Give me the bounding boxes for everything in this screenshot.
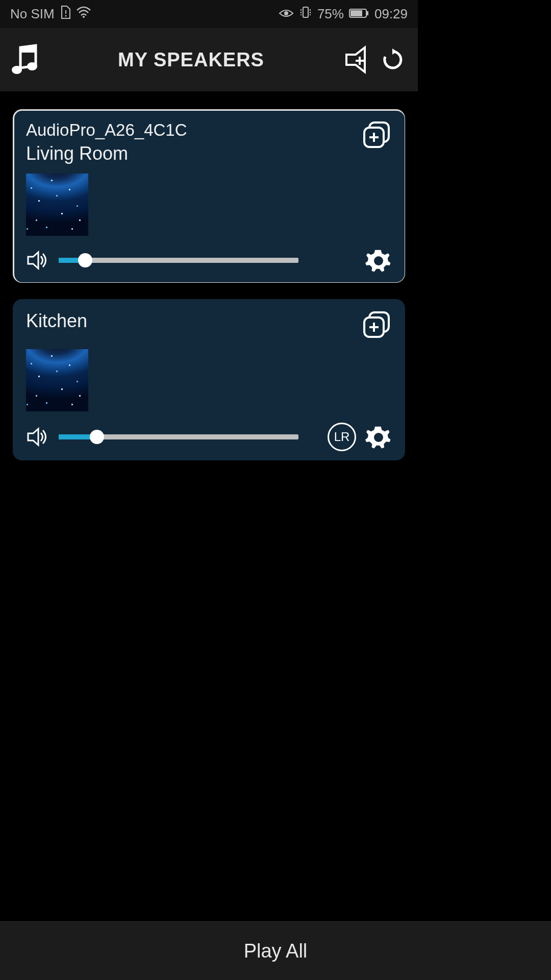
battery-icon: [349, 6, 369, 22]
speaker-card[interactable]: AudioPro_A26_4C1C Living Room: [13, 109, 405, 283]
volume-slider[interactable]: [59, 429, 298, 445]
add-to-group-icon[interactable]: [362, 310, 392, 340]
slider-thumb[interactable]: [78, 253, 92, 267]
lr-label: LR: [334, 430, 350, 444]
speaker-room-name: Living Room: [26, 143, 362, 164]
eye-icon: [279, 6, 294, 22]
sim-alert-icon: [60, 5, 71, 23]
speaker-list: AudioPro_A26_4C1C Living Room: [0, 91, 418, 460]
speaker-room-name: Kitchen: [26, 310, 362, 332]
svg-rect-4: [303, 7, 308, 17]
status-right: 75% 09:29: [279, 6, 408, 22]
gear-icon[interactable]: [365, 247, 392, 274]
music-icon[interactable]: [10, 44, 41, 75]
slider-thumb[interactable]: [90, 430, 104, 444]
volume-slider[interactable]: [59, 253, 298, 268]
svg-rect-8: [350, 10, 362, 16]
wifi-icon: [76, 6, 91, 22]
clock: 09:29: [374, 6, 408, 22]
page-title: MY SPEAKERS: [41, 49, 341, 71]
vibrate-icon: [299, 6, 312, 22]
svg-point-2: [83, 16, 85, 18]
refresh-icon[interactable]: [377, 44, 408, 75]
speaker-device-name: AudioPro_A26_4C1C: [26, 120, 362, 140]
svg-point-11: [27, 62, 37, 70]
no-sim-label: No SIM: [10, 6, 55, 22]
svg-rect-9: [367, 11, 368, 15]
add-to-group-icon[interactable]: [362, 120, 392, 150]
svg-point-3: [284, 11, 288, 15]
add-speaker-icon[interactable]: [341, 44, 372, 75]
svg-rect-12: [19, 46, 36, 53]
svg-point-24: [374, 433, 383, 442]
album-art[interactable]: [26, 174, 88, 236]
gear-icon[interactable]: [365, 424, 392, 450]
lr-channel-badge[interactable]: LR: [328, 423, 356, 451]
speaker-card[interactable]: Kitchen: [13, 299, 405, 460]
status-left: No SIM: [10, 5, 91, 23]
album-art[interactable]: [26, 349, 88, 411]
volume-icon[interactable]: [26, 426, 47, 448]
app-header: MY SPEAKERS: [0, 28, 418, 91]
volume-icon[interactable]: [26, 250, 47, 271]
battery-pct: 75%: [317, 6, 344, 22]
svg-point-19: [374, 256, 383, 265]
svg-point-10: [12, 66, 22, 74]
status-bar: No SIM: [0, 0, 418, 28]
svg-point-1: [65, 15, 66, 17]
